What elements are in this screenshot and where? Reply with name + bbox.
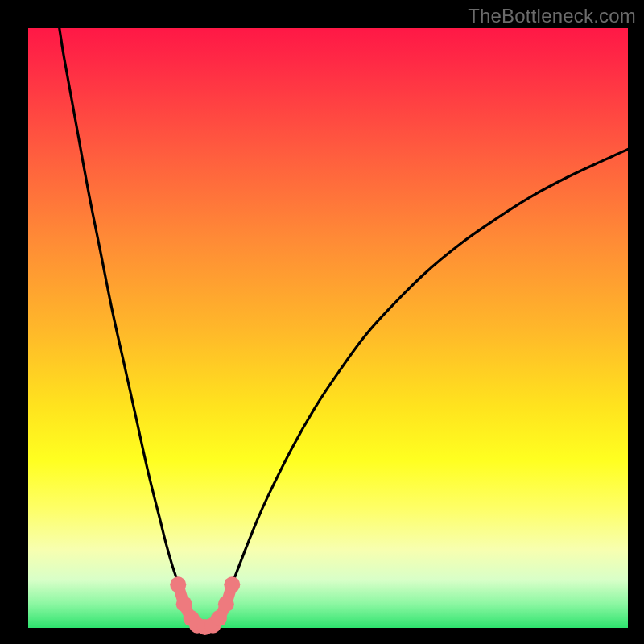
curve-marker: [170, 576, 186, 592]
curve-marker: [211, 610, 227, 626]
marker-group: [170, 576, 240, 635]
curve-marker: [218, 596, 234, 612]
chart-frame: TheBottleneck.com: [0, 0, 644, 644]
chart-svg: [28, 28, 628, 628]
watermark-text: TheBottleneck.com: [468, 5, 636, 27]
chart-plot-area: [28, 28, 628, 628]
curve-marker: [224, 576, 240, 592]
curve-marker: [176, 596, 192, 612]
curve-right-branch: [216, 149, 628, 623]
curve-left-branch: [60, 28, 195, 623]
